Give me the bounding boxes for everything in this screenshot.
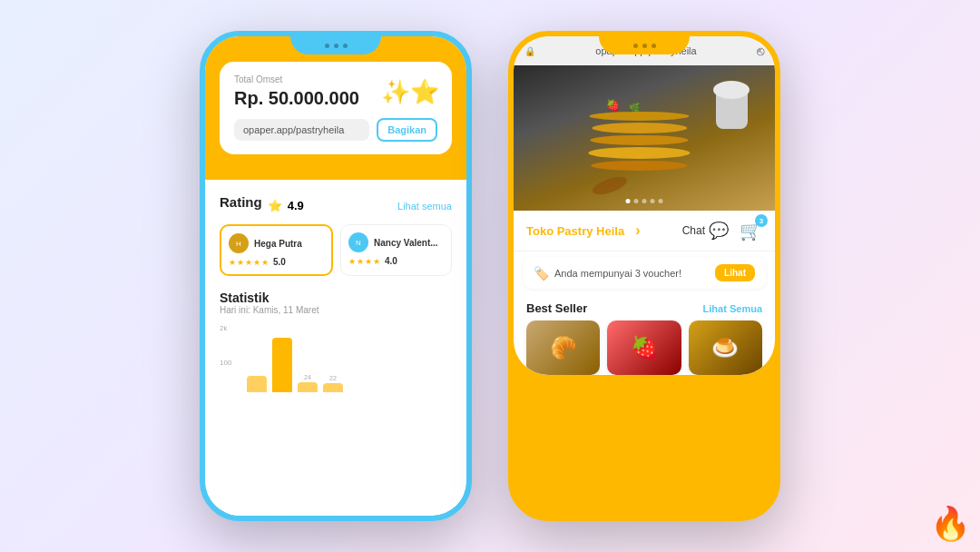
product-card-2[interactable]: 🍓 [607,320,681,375]
phone-1: Total Omset Rp. 50.000.000 opaper.app/pa… [200,31,472,521]
product-1-emoji: 🥐 [526,320,600,375]
reviewer-2-user: N Nancy Valent... [348,232,444,252]
product-1-image: 🥐 [526,320,600,375]
product-cards-list: 🥐 🍓 🍮 [514,320,775,375]
product-2-emoji: 🍓 [607,320,681,375]
store-card: Toko Pastry Heila › Chat 💬 🛒 3 [514,211,775,251]
product-3-image: 🍮 [689,320,762,375]
lock-icon: 🔒 [524,46,535,56]
reviewer-1-stars: ★★★★★ [229,258,270,267]
notch-dot [343,44,348,48]
y-label-2k: 2k [220,324,231,332]
rating-score: 4.9 [288,199,304,212]
y-axis-labels: 2k 100 [220,324,231,392]
bars-container: 24 22 [247,336,343,392]
dot-2 [634,199,639,203]
chat-label: Chat [682,224,705,237]
bar-1 [247,376,267,392]
y-label-100: 100 [220,359,231,367]
bar-3 [298,382,318,392]
pancake-stack: 🍓 🌿 [588,110,690,172]
pancake-layer-1 [589,112,689,121]
statistik-section: Statistik Hari ini: Kamis, 11 Maret 2k 1… [220,291,452,392]
chat-button[interactable]: Chat 💬 [682,221,729,241]
reviewer-1-name: Hega Putra [254,239,302,249]
balance-card: Total Omset Rp. 50.000.000 opaper.app/pa… [220,62,452,154]
rating-title-group: Rating ⭐ 4.9 [220,194,304,217]
rating-header: Rating ⭐ 4.9 Lihat semua [220,194,452,217]
phone-1-notch [290,36,381,54]
bar-2 [272,338,292,392]
reviewer-2-stars-row: ★★★★ 4.0 [348,256,444,266]
hero-background: 🍓 🌿 [514,65,775,211]
voucher-icon: 🏷️ [534,266,549,281]
rating-title: Rating [220,194,262,210]
phone-1-white-section: Rating ⭐ 4.9 Lihat semua H Hega Putra ★★… [205,180,466,516]
cream-cup [716,88,748,129]
bestseller-lihat-semua[interactable]: Lihat Semua [703,303,762,314]
dot-5 [659,199,663,203]
notch-dot [642,44,647,48]
reviewer-1-score: 5.0 [273,257,286,267]
cream-top [713,81,750,99]
reviewer-1-avatar: H [229,233,249,253]
bar-4 [323,383,343,392]
sauce-drizzle [591,173,630,199]
url-display: opaper.app/pastryheila [234,119,369,141]
rating-card-2: N Nancy Valent... ★★★★ 4.0 [340,224,452,276]
bar-group-2 [272,336,292,392]
phone-2-notch [599,36,690,54]
mint-icon: 🌿 [629,103,640,113]
bar-group-3: 24 [298,374,318,392]
url-share-row: opaper.app/pastryheila Bagikan [234,118,437,142]
product-2-image: 🍓 [607,320,681,375]
voucher-message: Anda mempunyai 3 voucher! [554,268,681,279]
notch-dot [633,44,638,48]
voucher-text: 🏷️ Anda mempunyai 3 voucher! [534,266,681,281]
pancake-layer-4 [588,147,690,159]
cart-icon[interactable]: 🛒 3 [740,220,762,242]
browser-share-icon[interactable]: ⎋ [757,44,764,58]
dot-3 [642,199,647,203]
lihat-semua-link[interactable]: Lihat semua [397,201,452,212]
notch-dot [325,44,329,48]
product-card-1[interactable]: 🥐 [526,320,600,375]
pancake-layer-5 [591,161,687,171]
bar-group-1 [247,374,267,392]
bestseller-title: Best Seller [526,301,587,315]
rating-cards-list: H Hega Putra ★★★★★ 5.0 N Nancy Valent... [220,224,452,276]
voucher-lihat-button[interactable]: Lihat [715,264,755,281]
cart-badge: 3 [755,214,768,227]
hero-image: 🍓 🌿 [514,65,775,211]
whatsapp-icon: 💬 [709,221,729,241]
product-card-3[interactable]: 🍮 [689,320,762,375]
bestseller-header: Best Seller Lihat Semua [514,294,775,320]
star-coin-icon: ✨⭐ [381,78,439,106]
reviewer-1-user: H Hega Putra [229,233,324,253]
statistik-title: Statistik [220,291,452,305]
product-3-emoji: 🍮 [689,320,762,375]
fire-emoji: 🔥 [930,505,971,543]
reviewer-2-name: Nancy Valent... [374,238,438,248]
store-arrow-icon: › [635,222,640,239]
strawberry-icon: 🍓 [606,99,620,112]
dot-4 [651,199,655,203]
phone-2: 🔒 opaper.app/pastryheila ⎋ 🍓 🌿 [508,31,780,521]
reviewer-2-avatar: N [348,232,368,252]
notch-dot [652,44,656,48]
bar-group-4: 22 [323,375,343,392]
bar-3-label: 24 [304,374,311,380]
rating-star-icon: ⭐ [268,199,282,212]
reviewer-2-stars: ★★★★ [348,257,381,266]
rating-card-1: H Hega Putra ★★★★★ 5.0 [220,224,333,276]
reviewer-2-score: 4.0 [385,256,397,266]
bar-4-label: 22 [329,375,337,381]
share-button[interactable]: Bagikan [377,118,437,142]
reviewer-1-stars-row: ★★★★★ 5.0 [229,257,324,267]
pancake-layer-3 [590,135,688,145]
phone-2-screen: 🔒 opaper.app/pastryheila ⎋ 🍓 🌿 [514,36,775,375]
notch-dot [334,44,338,48]
image-dots [626,199,663,203]
store-name[interactable]: Toko Pastry Heila [526,224,624,238]
pancake-layer-2 [592,123,687,133]
